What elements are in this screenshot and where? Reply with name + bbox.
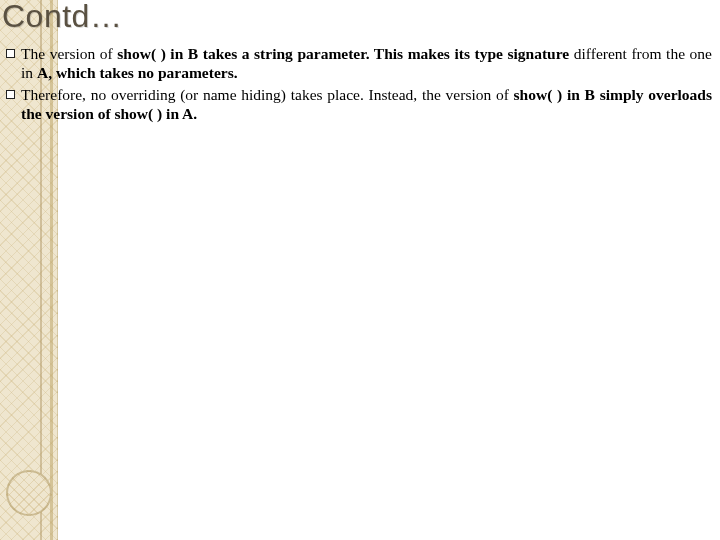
bullet-text: The version of show( ) in B takes a stri… bbox=[21, 44, 712, 83]
bullet-marker-icon bbox=[6, 90, 15, 99]
bullet-text: Therefore, no overriding (or name hiding… bbox=[21, 85, 712, 124]
bullet-marker-icon bbox=[6, 49, 15, 58]
slide-body: The version of show( ) in B takes a stri… bbox=[6, 44, 712, 126]
bullet-item: The version of show( ) in B takes a stri… bbox=[6, 44, 712, 83]
bullet-item: Therefore, no overriding (or name hiding… bbox=[6, 85, 712, 124]
slide-title: Contd… bbox=[2, 0, 122, 35]
ornament-circle bbox=[6, 470, 52, 516]
